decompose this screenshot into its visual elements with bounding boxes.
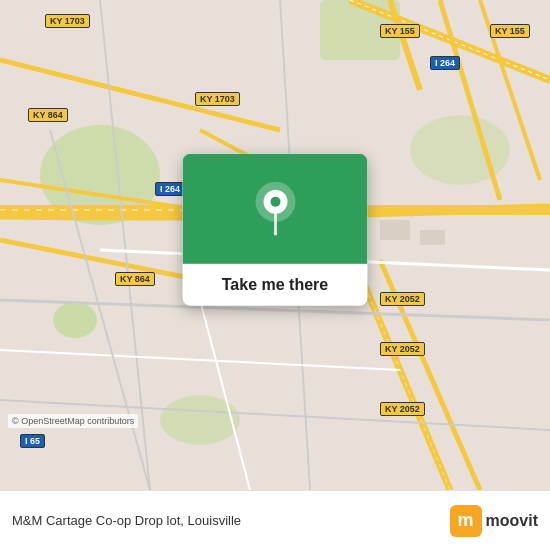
road-label-ky2052-1: KY 2052 bbox=[380, 292, 425, 306]
road-label-ky155-1: KY 155 bbox=[380, 24, 420, 38]
svg-point-5 bbox=[410, 115, 510, 185]
svg-rect-7 bbox=[420, 230, 445, 245]
moovit-brand-text: moovit bbox=[486, 512, 538, 530]
take-me-there-button[interactable]: Take me there bbox=[199, 276, 352, 294]
bottom-bar: M&M Cartage Co-op Drop lot, Louisville m… bbox=[0, 490, 550, 550]
svg-rect-6 bbox=[380, 220, 410, 240]
road-label-ky1703-tl: KY 1703 bbox=[45, 14, 90, 28]
road-label-ky1703-tc: KY 1703 bbox=[195, 92, 240, 106]
svg-point-2 bbox=[53, 302, 97, 338]
moovit-logo: m moovit bbox=[450, 505, 538, 537]
road-label-i264-cl: I 264 bbox=[155, 182, 185, 196]
road-label-ky864-c: KY 864 bbox=[115, 272, 155, 286]
svg-point-33 bbox=[273, 232, 277, 236]
road-label-i65: I 65 bbox=[20, 434, 45, 448]
popup-header bbox=[183, 154, 368, 264]
location-name-text: M&M Cartage Co-op Drop lot, Louisville bbox=[12, 513, 241, 528]
location-pin-icon bbox=[253, 182, 297, 236]
copyright-text: © OpenStreetMap contributors bbox=[8, 414, 138, 428]
popup-body: Take me there bbox=[183, 264, 368, 306]
road-label-ky2052-2: KY 2052 bbox=[380, 342, 425, 356]
road-label-i264-tr: I 264 bbox=[430, 56, 460, 70]
popup-card: Take me there bbox=[183, 154, 368, 306]
road-label-ky155-2: KY 155 bbox=[490, 24, 530, 38]
road-label-ky864-l: KY 864 bbox=[28, 108, 68, 122]
svg-point-32 bbox=[270, 197, 280, 207]
road-label-ky2052-3: KY 2052 bbox=[380, 402, 425, 416]
moovit-m-icon: m bbox=[450, 505, 482, 537]
map-container: KY 1703 KY 155 KY 155 I 264 KY 864 KY 17… bbox=[0, 0, 550, 490]
